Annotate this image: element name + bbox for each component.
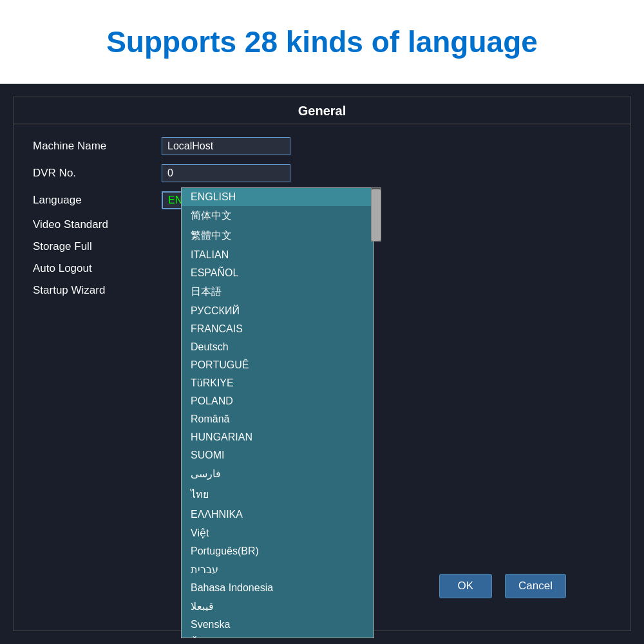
dropdown-item[interactable]: РУССКИЙ — [182, 302, 374, 320]
label-startup-wizard: Startup Wizard — [33, 284, 162, 297]
button-row: OK Cancel — [439, 574, 566, 598]
dropdown-item[interactable]: ENGLISH — [182, 188, 374, 206]
dropdown-item[interactable]: ESPAÑOL — [182, 264, 374, 282]
dropdown-item[interactable]: Svenska — [182, 616, 374, 634]
label-machine-name: Machine Name — [33, 140, 162, 153]
dropdown-item[interactable]: Português(BR) — [182, 542, 374, 560]
dropdown-scrollbar[interactable] — [371, 187, 381, 242]
form-row-dvr-no: DVR No. — [33, 164, 611, 182]
dropdown-item[interactable]: قيبعلا — [182, 597, 374, 616]
dropdown-item[interactable]: ไทย — [182, 483, 374, 506]
dropdown-item[interactable]: فارسی — [182, 464, 374, 483]
cancel-button[interactable]: Cancel — [505, 574, 566, 598]
dropdown-item[interactable]: Bahasa Indonesia — [182, 579, 374, 597]
dropdown-item[interactable]: HUNGARIAN — [182, 428, 374, 446]
dvr-screen: General Machine Name DVR No. Language EN… — [0, 84, 644, 644]
dropdown-item[interactable]: 简体中文 — [182, 206, 374, 226]
general-dialog: General Machine Name DVR No. Language EN… — [13, 97, 631, 631]
label-auto-logout: Auto Logout — [33, 262, 162, 275]
input-dvr-no[interactable] — [162, 164, 290, 182]
language-dropdown[interactable]: ENGLISH简体中文繁體中文ITALIANESPAÑOL日本語РУССКИЙF… — [181, 187, 374, 638]
dropdown-item[interactable]: PORTUGUÊ — [182, 356, 374, 374]
label-language: Language — [33, 194, 162, 207]
banner-title: Supports 28 kinds of language — [106, 24, 538, 59]
dropdown-item[interactable]: POLAND — [182, 392, 374, 410]
dropdown-item[interactable]: FRANCAIS — [182, 320, 374, 338]
dropdown-item[interactable]: 日本語 — [182, 282, 374, 302]
dropdown-item[interactable]: 繁體中文 — [182, 226, 374, 246]
dropdown-item[interactable]: ΕΛΛΗΝΙΚΑ — [182, 506, 374, 524]
label-storage-full: Storage Full — [33, 240, 162, 253]
dropdown-item[interactable]: Română — [182, 410, 374, 428]
label-video-standard: Video Standard — [33, 218, 162, 231]
scroll-thumb — [372, 189, 381, 241]
dropdown-item[interactable]: Việt — [182, 524, 374, 542]
banner: Supports 28 kinds of language — [0, 0, 644, 84]
dialog-title: General — [14, 97, 630, 124]
ok-button[interactable]: OK — [439, 574, 493, 598]
dropdown-item[interactable]: České — [182, 634, 374, 638]
dropdown-item[interactable]: TüRKIYE — [182, 374, 374, 392]
dropdown-item[interactable]: ITALIAN — [182, 246, 374, 264]
dropdown-item[interactable]: Deutsch — [182, 338, 374, 356]
dropdown-item[interactable]: עברית — [182, 560, 374, 579]
label-dvr-no: DVR No. — [33, 167, 162, 180]
dropdown-item[interactable]: SUOMI — [182, 446, 374, 464]
form-row-machine-name: Machine Name — [33, 137, 611, 155]
input-machine-name[interactable] — [162, 137, 290, 155]
